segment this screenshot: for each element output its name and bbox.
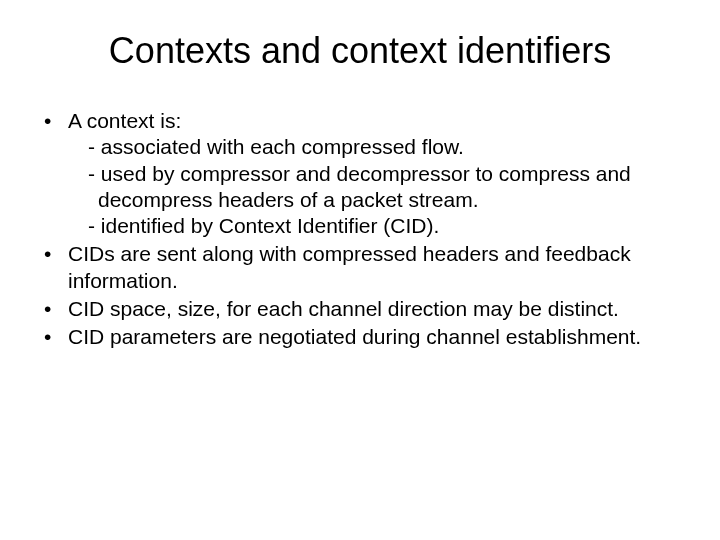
list-item: A context is: - associated with each com… (40, 108, 688, 239)
bullet-list: A context is: - associated with each com… (32, 108, 688, 350)
list-item: CID parameters are negotiated during cha… (40, 324, 688, 350)
slide: Contexts and context identifiers A conte… (0, 0, 720, 540)
bullet-text: CID space, size, for each channel direct… (68, 297, 619, 320)
list-item: CID space, size, for each channel direct… (40, 296, 688, 322)
bullet-lead: A context is: (68, 109, 181, 132)
sub-point: - used by compressor and decompressor to… (78, 161, 688, 214)
slide-title: Contexts and context identifiers (32, 30, 688, 72)
bullet-text: CIDs are sent along with compressed head… (68, 242, 631, 291)
sub-point: - associated with each compressed flow. (78, 134, 688, 160)
list-item: CIDs are sent along with compressed head… (40, 241, 688, 294)
sub-point: - identified by Context Identifier (CID)… (78, 213, 688, 239)
bullet-text: CID parameters are negotiated during cha… (68, 325, 641, 348)
